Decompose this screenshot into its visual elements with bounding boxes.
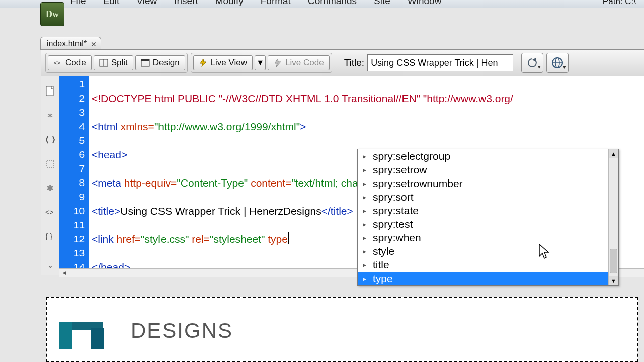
- scroll-thumb[interactable]: [610, 249, 617, 273]
- apply-comment-icon[interactable]: ✱: [44, 182, 56, 194]
- svg-marker-6: [275, 59, 281, 67]
- code-hint-item[interactable]: ▸spry:setrownumber: [358, 176, 618, 190]
- attribute-icon: ▸: [360, 152, 369, 160]
- design-view-label: Design: [153, 58, 180, 68]
- split-view-label: Split: [111, 58, 128, 68]
- code-view-label: Code: [65, 58, 86, 68]
- line-gutter: 123 456 789 101112 1314: [59, 76, 89, 274]
- code-line-2: <html xmlns="http://www.w3.org/1999/xhtm…: [92, 120, 641, 134]
- code-hint-item[interactable]: ▸title: [358, 258, 618, 272]
- code-hint-item[interactable]: ▸spry:sort: [358, 190, 618, 204]
- code-hint-item[interactable]: ▸spry:when: [358, 231, 618, 244]
- code-line-1: <!DOCTYPE html PUBLIC "-//W3C//DTD XHTML…: [92, 92, 641, 106]
- svg-marker-5: [200, 59, 206, 67]
- code-hint-label: spry:test: [373, 218, 413, 230]
- code-hint-label: spry:selectgroup: [373, 150, 450, 162]
- lightning-icon: [199, 58, 208, 67]
- braces-icon[interactable]: { }: [44, 230, 56, 242]
- svg-marker-17: [91, 328, 104, 349]
- logo-wordmark: DESIGNS: [131, 319, 233, 343]
- menu-edit[interactable]: Edit: [103, 0, 120, 8]
- title-label: Title:: [344, 57, 364, 68]
- balance-braces-icon[interactable]: [44, 134, 56, 146]
- menu-insert[interactable]: Insert: [174, 0, 198, 8]
- attribute-icon: ▸: [360, 166, 369, 174]
- logo-mark-icon: [59, 313, 120, 349]
- document-toolbar: <> Code Split Design Live View ▼: [41, 49, 644, 76]
- refresh-button[interactable]: ▾: [521, 53, 543, 73]
- lightning-icon: [273, 58, 282, 67]
- menu-file[interactable]: File: [70, 0, 86, 8]
- attribute-icon: ▸: [360, 207, 369, 215]
- menu-format[interactable]: Format: [261, 0, 291, 8]
- svg-text:<>: <>: [45, 208, 53, 216]
- menu-site[interactable]: Site: [374, 0, 390, 8]
- path-display: Path: C:\: [603, 0, 644, 8]
- svg-marker-15: [59, 322, 72, 349]
- browser-preview-button[interactable]: ▾: [546, 53, 569, 73]
- live-code-button[interactable]: Live Code: [268, 55, 330, 70]
- app-logo-icon: Dw: [40, 2, 64, 26]
- scroll-down-icon[interactable]: ▼: [609, 276, 618, 285]
- code-hint-label: style: [373, 245, 394, 257]
- code-view-button[interactable]: <> Code: [48, 55, 92, 70]
- attribute-icon: ▸: [360, 247, 369, 255]
- code-hints-popup[interactable]: ▸spry:selectgroup▸spry:setrow▸spry:setro…: [357, 149, 619, 286]
- scroll-up-icon[interactable]: ▲: [609, 149, 618, 158]
- code-hint-item[interactable]: ▸type: [358, 272, 618, 285]
- split-icon: [99, 58, 108, 67]
- live-view-dropdown[interactable]: ▼: [255, 55, 266, 70]
- menu-window[interactable]: Window: [408, 0, 442, 8]
- menu-commands[interactable]: Commands: [308, 0, 357, 8]
- menu-bar: File Edit View Insert Modify Format Comm…: [0, 0, 644, 8]
- preview-logo: DESIGNS: [59, 313, 625, 349]
- svg-marker-7: [532, 58, 536, 62]
- code-hint-label: spry:state: [373, 205, 419, 217]
- select-parent-icon[interactable]: [44, 158, 56, 170]
- code-hint-item[interactable]: ▸style: [358, 244, 618, 258]
- code-hint-item[interactable]: ▸spry:test: [358, 217, 618, 231]
- attribute-icon: ▸: [360, 193, 369, 201]
- view-mode-group: <> Code Split Design: [45, 53, 188, 73]
- collapse-tag-icon[interactable]: ✶: [44, 110, 56, 122]
- code-hint-label: spry:when: [373, 232, 421, 244]
- attribute-icon: ▸: [360, 234, 369, 242]
- document-tab-index[interactable]: index.html* ✕: [40, 37, 101, 50]
- code-hint-label: spry:setrownumber: [373, 177, 463, 190]
- text-caret: [288, 232, 289, 244]
- svg-rect-12: [47, 160, 54, 167]
- live-group: Live View ▼ Live Code: [191, 53, 332, 73]
- open-documents-icon[interactable]: [44, 85, 56, 98]
- live-code-label: Live Code: [285, 58, 324, 68]
- menu-modify[interactable]: Modify: [215, 0, 244, 8]
- attribute-icon: ▸: [360, 179, 369, 188]
- code-hint-item[interactable]: ▸spry:selectgroup: [358, 149, 618, 163]
- globe-icon: [551, 56, 564, 69]
- split-view-button[interactable]: Split: [94, 55, 133, 70]
- popup-scrollbar[interactable]: ▲ ▼: [608, 149, 618, 285]
- design-view-button[interactable]: Design: [135, 55, 185, 70]
- refresh-icon: [526, 57, 538, 69]
- live-view-label: Live View: [211, 58, 247, 68]
- code-hint-label: spry:sort: [373, 191, 414, 203]
- attribute-icon: ▸: [360, 261, 369, 269]
- design-preview-pane[interactable]: DESIGNS: [46, 297, 638, 362]
- expand-strip-icon[interactable]: ⌄: [44, 259, 56, 272]
- close-icon[interactable]: ✕: [91, 40, 97, 48]
- design-icon: [141, 58, 150, 67]
- code-tool-strip: ✶ ✱ <> { } ⌄: [41, 76, 59, 275]
- code-hint-label: spry:setrow: [373, 164, 427, 176]
- code-hint-item[interactable]: ▸spry:setrow: [358, 163, 618, 176]
- live-view-button[interactable]: Live View: [193, 55, 253, 70]
- title-input[interactable]: [367, 54, 513, 71]
- code-hint-label: title: [373, 259, 389, 271]
- wrap-tag-icon[interactable]: <>: [44, 206, 56, 218]
- menu-view[interactable]: View: [136, 0, 157, 8]
- attribute-icon: ▸: [360, 220, 369, 228]
- document-tab-bar: index.html* ✕: [40, 35, 101, 50]
- code-icon: <>: [53, 58, 62, 67]
- code-hint-label: type: [373, 273, 393, 285]
- document-tab-label: index.html*: [47, 39, 87, 48]
- code-hint-item[interactable]: ▸spry:state: [358, 204, 618, 217]
- svg-text:<>: <>: [54, 60, 60, 66]
